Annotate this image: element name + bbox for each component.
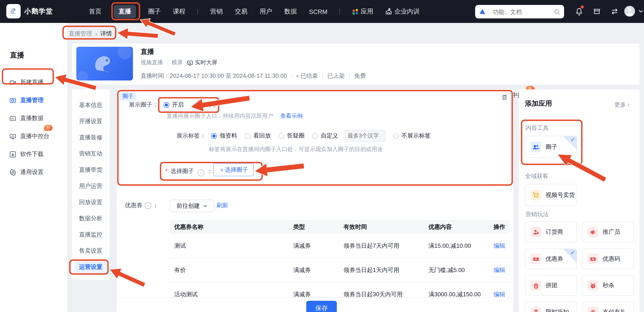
- sidebar-item-software-download[interactable]: 软件下载: [0, 146, 67, 162]
- info-icon[interactable]: i: [198, 169, 204, 176]
- custom-tag-input[interactable]: [344, 130, 385, 142]
- tab-operation-settings[interactable]: 运营设置: [72, 259, 110, 275]
- sidebar-item-new-live[interactable]: 新建直播: [0, 74, 67, 90]
- stream-title: 直播: [140, 48, 154, 56]
- chevron-down-icon[interactable]: [636, 6, 644, 16]
- app-card-pay-gift[interactable]: 支付有礼: [582, 302, 634, 312]
- info-icon[interactable]: i: [144, 202, 151, 209]
- live-manage-icon: [10, 97, 16, 104]
- stream-time: 直播时间：2024-08-17 10:30:00 至 2024-08-17 11…: [140, 72, 287, 80]
- app-card-video-sales[interactable]: 视频号卖货: [525, 184, 577, 206]
- app-card-coupon[interactable]: ¥ 优惠券 ✓: [525, 249, 577, 269]
- tab-start-settings[interactable]: 开播设置: [72, 113, 110, 129]
- nav-marketing[interactable]: 营销: [210, 8, 223, 16]
- nav-apps[interactable]: 应用: [352, 8, 373, 16]
- radio-tag-none[interactable]: 不展示标签: [393, 132, 431, 140]
- breadcrumb: 直播管理 › 详情: [69, 30, 112, 38]
- radio-tag-replay[interactable]: 看回放: [245, 132, 271, 140]
- switch-account-icon[interactable]: [610, 6, 619, 16]
- sidebar-item-live-manage[interactable]: 直播管理: [0, 92, 67, 108]
- stream-meta: 视频直播 横屏 实时大屏: [140, 59, 217, 67]
- select-circle-button[interactable]: ＋选择圈子: [213, 163, 254, 176]
- nav-circle[interactable]: 圈子: [148, 8, 161, 16]
- sidebar-item-general-settings[interactable]: 通用设置: [0, 164, 67, 180]
- new-badge: 新: [44, 125, 52, 131]
- radio-tag-material[interactable]: 领资料: [211, 132, 237, 140]
- brand-name: 小鹅学堂: [24, 7, 53, 16]
- app-card-flash-sale[interactable]: 秒杀: [582, 275, 634, 296]
- nav-home[interactable]: 首页: [89, 8, 102, 16]
- person-bag-icon: [530, 227, 541, 237]
- status-badge-ended: 已结束: [296, 72, 318, 80]
- selected-check-icon: ✓: [563, 136, 577, 150]
- search-input[interactable]: [492, 8, 551, 16]
- save-button[interactable]: 保存: [306, 301, 337, 312]
- app-card-coupon-code[interactable]: % 优惠码: [582, 249, 634, 269]
- main-nav: 首页 直播 圈子 课程 营销 交易 用户 数据 SCRM 应用 企业内训: [89, 0, 420, 23]
- coupon-table: 优惠券名称 类型 有效时间 优惠内容 操作 测试 满减券 领券当日起7天内可用 …: [169, 220, 510, 306]
- nav-trade[interactable]: 交易: [235, 8, 248, 16]
- coupon-percent-icon: %: [588, 253, 598, 264]
- tab-live-monitor[interactable]: 直播监控: [72, 227, 110, 243]
- show-tag-label: 展示标签：: [117, 131, 206, 140]
- app-card-promoter[interactable]: 推广员: [582, 222, 634, 242]
- nav-data[interactable]: 数据: [284, 8, 297, 16]
- nav-users[interactable]: 用户: [260, 8, 272, 16]
- nav-live[interactable]: 直播: [114, 5, 136, 18]
- big-screen-link[interactable]: 实时大屏: [187, 59, 217, 67]
- nav-divider: [340, 8, 340, 15]
- view-example-link[interactable]: 查看示例: [280, 113, 303, 119]
- nav-course[interactable]: 课程: [173, 8, 186, 16]
- tab-basic-info[interactable]: 基本信息: [72, 97, 110, 113]
- status-badge-price: 免费: [354, 72, 366, 80]
- tab-live-decorate[interactable]: 直播装修: [72, 129, 110, 146]
- breadcrumb-current: 详情: [100, 30, 112, 38]
- avatar[interactable]: [624, 6, 635, 17]
- bar-chart-icon: [10, 115, 16, 122]
- apps-clover-icon: [352, 8, 358, 15]
- col-content: 优惠内容: [428, 220, 452, 234]
- radio-off[interactable]: 关闭: [195, 101, 216, 109]
- app-card-group-buy[interactable]: 拼 拼团: [525, 275, 577, 296]
- show-circle-help: 直播间展示圈子入口，持续用内容活跃用户 查看示例: [166, 112, 303, 121]
- tab-user-operation[interactable]: 用户运营: [72, 178, 110, 194]
- radio-on[interactable]: 开启: [164, 101, 184, 109]
- nav-enterprise-training[interactable]: 企业内训: [385, 8, 420, 16]
- alarm-clock-icon: [588, 280, 598, 291]
- caret-down-icon: [203, 204, 208, 208]
- edit-link[interactable]: 编辑: [494, 258, 505, 282]
- radio-tag-qa[interactable]: 答疑圈: [278, 132, 304, 140]
- sidebar-item-live-data[interactable]: 直播数据: [0, 110, 67, 126]
- notification-bell-icon[interactable]: [574, 6, 584, 16]
- refresh-link[interactable]: 刷新: [216, 201, 228, 209]
- search-icon[interactable]: [554, 8, 560, 15]
- store-icon[interactable]: [592, 6, 602, 16]
- edit-link[interactable]: 编辑: [494, 234, 505, 258]
- tab-data-analysis[interactable]: 数据分析: [72, 210, 110, 227]
- more-apps-link[interactable]: 更多 ›: [614, 101, 630, 109]
- coupon-create-dropdown[interactable]: 前往创建: [169, 200, 215, 212]
- global-search[interactable]: [475, 5, 564, 19]
- delete-circle-icon[interactable]: [501, 94, 508, 103]
- radio-tag-custom[interactable]: 自定义: [312, 132, 338, 140]
- breadcrumb-parent[interactable]: 直播管理: [69, 30, 92, 38]
- circle-tag: 圈子: [120, 92, 136, 101]
- tag-radios: 领资料 看回放 答疑圈 自定义 不展示标签: [211, 130, 431, 142]
- console-icon: [10, 133, 16, 140]
- stream-orientation: 横屏: [172, 59, 183, 67]
- app-card-limited-discount[interactable]: 限时折扣: [525, 302, 577, 312]
- app-card-circle[interactable]: 圈子 ✓: [525, 136, 577, 158]
- tab-replay[interactable]: 回放设置: [72, 194, 110, 210]
- megaphone-icon: [588, 227, 598, 237]
- campus-icon: [385, 8, 392, 15]
- tab-marketing[interactable]: 营销互动: [72, 146, 110, 162]
- nav-scrm[interactable]: SCRM: [309, 8, 328, 15]
- tab-live-goods[interactable]: 直播带货: [72, 162, 110, 178]
- tab-sale-settings[interactable]: 售卖设置: [72, 243, 110, 259]
- col-validity: 有效时间: [344, 220, 367, 234]
- gear-icon: [10, 169, 16, 176]
- col-action: 操作: [494, 220, 505, 234]
- sidebar-item-live-console[interactable]: 直播中控台 新: [0, 128, 67, 144]
- app-card-wholesaler[interactable]: 订货商: [525, 222, 577, 242]
- show-circle-radios: 开启 关闭: [164, 100, 216, 109]
